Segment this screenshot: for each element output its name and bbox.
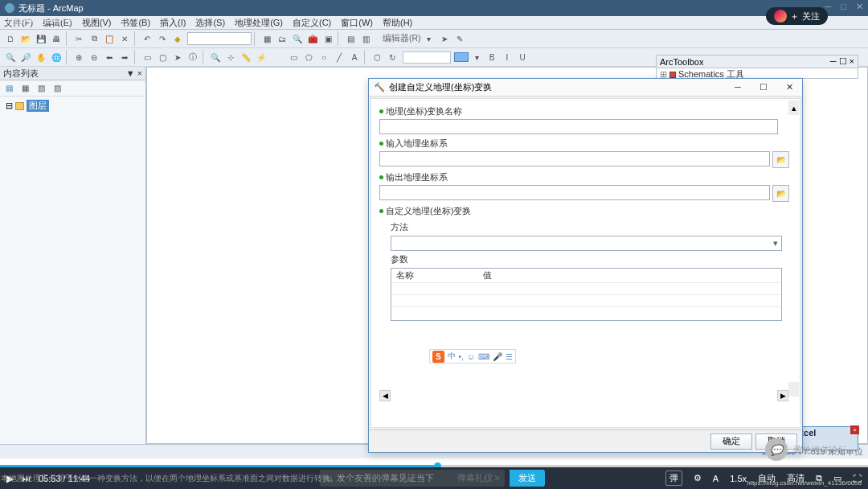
ime-keyboard-icon[interactable]: ⌨ bbox=[478, 352, 489, 361]
font-settings-icon[interactable]: A bbox=[713, 474, 719, 483]
find-icon[interactable]: 🔍 bbox=[208, 50, 223, 64]
menu-customize[interactable]: 自定义(C) bbox=[293, 17, 331, 29]
arctoolbox-max-icon[interactable]: ☐ bbox=[839, 56, 847, 67]
browse-input-cs-button[interactable]: 📂 bbox=[772, 151, 789, 168]
python-icon[interactable]: ▣ bbox=[321, 31, 335, 46]
toc-close-icon[interactable]: × bbox=[137, 68, 142, 78]
select-elements-icon[interactable]: ➤ bbox=[170, 50, 185, 64]
fixed-zoom-in-icon[interactable]: ⊕ bbox=[72, 50, 86, 64]
window-close-button[interactable]: ✕ bbox=[856, 2, 863, 12]
fixed-zoom-out-icon[interactable]: ⊖ bbox=[87, 50, 101, 64]
cut-icon[interactable]: ✂ bbox=[72, 31, 86, 46]
draw-polygon-icon[interactable]: ⬠ bbox=[301, 50, 316, 64]
new-icon[interactable]: 🗋 bbox=[3, 31, 18, 46]
draw-circle-icon[interactable]: ○ bbox=[317, 50, 331, 64]
edit-vertices-icon[interactable]: ⬡ bbox=[370, 50, 384, 64]
fill-color-swatch[interactable] bbox=[454, 52, 469, 62]
italic-icon[interactable]: I bbox=[500, 50, 514, 64]
rotate-icon[interactable]: ↻ bbox=[385, 50, 399, 64]
menu-insert[interactable]: 插入(I) bbox=[160, 17, 186, 29]
zoom-out-icon[interactable]: 🔎 bbox=[18, 50, 33, 64]
redo-icon[interactable]: ↷ bbox=[155, 31, 170, 46]
dialog-title-bar[interactable]: 🔨 创建自定义地理(坐标)变换 ─ ☐ ✕ bbox=[369, 79, 802, 97]
toc-dropdown-icon[interactable]: ▼ bbox=[126, 68, 135, 78]
transform-name-input[interactable] bbox=[379, 119, 778, 134]
ime-punct-icon[interactable]: •, bbox=[459, 352, 464, 361]
list-by-visibility-icon[interactable]: ▧ bbox=[34, 81, 48, 96]
zoom-in-icon[interactable]: 🔍 bbox=[3, 50, 18, 64]
editor-menu[interactable]: 编辑器(R) bbox=[383, 33, 421, 44]
font-combo[interactable] bbox=[403, 51, 451, 64]
danmu-settings-icon[interactable]: ⚙ bbox=[694, 473, 702, 483]
scale-combo[interactable] bbox=[187, 32, 252, 45]
catalog-icon[interactable]: 🗂 bbox=[275, 31, 289, 46]
text-tool-icon[interactable]: A bbox=[347, 50, 362, 64]
copy-icon[interactable]: ⧉ bbox=[87, 31, 101, 46]
next-extent-icon[interactable]: ➡ bbox=[117, 50, 132, 64]
print-icon[interactable]: 🖶 bbox=[49, 31, 63, 46]
tree-layer-label[interactable]: 图层 bbox=[27, 100, 49, 112]
arctoolbox-min-icon[interactable]: ─ bbox=[830, 56, 837, 67]
search-icon[interactable]: 🔍 bbox=[290, 31, 305, 46]
bold-icon[interactable]: B bbox=[485, 50, 499, 64]
menu-view[interactable]: 视图(V) bbox=[82, 17, 112, 29]
ime-settings-icon[interactable]: ☰ bbox=[506, 352, 513, 361]
ok-button[interactable]: 确定 bbox=[710, 434, 752, 450]
arctoolbox-icon[interactable]: 🧰 bbox=[305, 31, 320, 46]
ime-emoji-icon[interactable]: ☺ bbox=[467, 352, 475, 361]
list-by-drawing-icon[interactable]: ▤ bbox=[2, 81, 16, 96]
arctoolbox-close-icon[interactable]: × bbox=[850, 56, 854, 67]
clear-selection-icon[interactable]: ▢ bbox=[155, 50, 170, 64]
minimize-button[interactable]: ─ bbox=[825, 2, 832, 12]
hyperlink-icon[interactable]: ⚡ bbox=[254, 50, 268, 64]
model-builder-icon[interactable]: ▤ bbox=[343, 31, 358, 46]
tte-close-icon[interactable]: × bbox=[850, 425, 859, 434]
list-by-selection-icon[interactable]: ▨ bbox=[50, 81, 64, 96]
menu-help[interactable]: 帮助(H) bbox=[383, 17, 412, 29]
scroll-down-icon[interactable] bbox=[788, 382, 799, 397]
edit-tool-icon[interactable]: ➤ bbox=[437, 31, 452, 46]
follow-button[interactable]: ＋ 关注 bbox=[766, 7, 828, 25]
goto-xy-icon[interactable]: ⊹ bbox=[223, 50, 238, 64]
underline-icon[interactable]: U bbox=[515, 50, 530, 64]
output-cs-input[interactable] bbox=[379, 185, 770, 200]
undo-icon[interactable]: ↶ bbox=[140, 31, 154, 46]
scroll-up-icon[interactable]: ▴ bbox=[788, 101, 799, 115]
identify-icon[interactable]: ⓘ bbox=[186, 50, 200, 64]
measure-icon[interactable]: 📏 bbox=[239, 50, 253, 64]
hscroll-right-icon[interactable]: ▶ bbox=[777, 390, 788, 401]
maximize-button[interactable]: □ bbox=[841, 2, 846, 12]
select-features-icon[interactable]: ▭ bbox=[140, 50, 154, 64]
draw-line-icon[interactable]: ╱ bbox=[332, 50, 346, 64]
prev-extent-icon[interactable]: ⬅ bbox=[102, 50, 117, 64]
ime-toolbar[interactable]: S 中 •, ☺ ⌨ 🎤 ☰ bbox=[429, 349, 516, 364]
paste-icon[interactable]: 📋 bbox=[102, 31, 117, 46]
add-data-icon[interactable]: ◆ bbox=[170, 31, 185, 46]
danmu-input[interactable]: ☺ 发个友善的弹幕见证当下 弹幕礼仪 > bbox=[320, 470, 505, 487]
menu-windows[interactable]: 窗口(W) bbox=[341, 17, 373, 29]
results-icon[interactable]: ▥ bbox=[358, 31, 373, 46]
method-select[interactable]: ▾ bbox=[391, 236, 782, 251]
chevron-down-icon[interactable]: ▾ bbox=[422, 31, 436, 46]
draw-rectangle-icon[interactable]: ▭ bbox=[286, 50, 301, 64]
save-icon[interactable]: 💾 bbox=[34, 31, 48, 46]
ime-cn-toggle[interactable]: 中 bbox=[448, 351, 456, 362]
send-button[interactable]: 发送 bbox=[510, 470, 545, 487]
speed-label[interactable]: 1.5x bbox=[730, 474, 747, 483]
danmu-etiquette-link[interactable]: 弹幕礼仪 > bbox=[457, 472, 500, 484]
danmu-toggle[interactable]: 弹 bbox=[665, 471, 682, 486]
hscroll-left-icon[interactable]: ◀ bbox=[379, 390, 391, 401]
browse-output-cs-button[interactable]: 📂 bbox=[772, 185, 789, 202]
sketch-icon[interactable]: ✎ bbox=[452, 31, 467, 46]
pan-icon[interactable]: ✋ bbox=[34, 50, 48, 64]
input-cs-input[interactable] bbox=[379, 151, 770, 166]
menu-geoprocessing[interactable]: 地理处理(G) bbox=[235, 17, 283, 29]
editor-toolbar-icon[interactable]: ▦ bbox=[260, 31, 274, 46]
params-grid[interactable]: 名称 值 bbox=[391, 268, 782, 321]
dialog-min-button[interactable]: ─ bbox=[725, 79, 751, 95]
menu-selection[interactable]: 选择(S) bbox=[195, 17, 225, 29]
color-dropdown-icon[interactable]: ▾ bbox=[469, 50, 484, 64]
ime-mic-icon[interactable]: 🎤 bbox=[493, 352, 502, 361]
dialog-close-button[interactable]: ✕ bbox=[776, 79, 802, 95]
list-by-source-icon[interactable]: ▦ bbox=[18, 81, 32, 96]
